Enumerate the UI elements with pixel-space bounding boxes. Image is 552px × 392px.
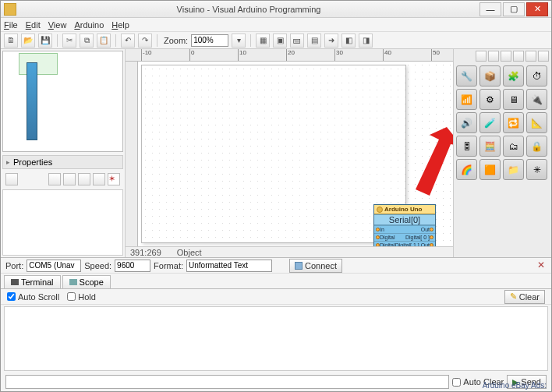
terminal-icon <box>11 279 19 285</box>
menu-help[interactable]: Help <box>111 20 129 30</box>
palette-item-7[interactable]: 🔌 <box>526 89 547 110</box>
status-coords: 391:269 <box>130 248 161 257</box>
pin-row[interactable]: DigitalDigital[ 1 ] Out <box>374 241 435 246</box>
maximize-button[interactable]: ▢ <box>503 2 525 16</box>
panel-close-icon[interactable]: ✕ <box>536 260 547 270</box>
save-button[interactable]: 💾 <box>38 34 52 48</box>
connect-button[interactable]: Connect <box>289 259 342 273</box>
ruler-tick: 10 <box>238 49 246 62</box>
hold-checkbox[interactable]: Hold <box>67 292 96 302</box>
pal-t4[interactable] <box>513 51 524 62</box>
component-header[interactable]: Arduino Uno <box>374 205 435 214</box>
minimize-button[interactable]: — <box>479 2 501 16</box>
redo-button[interactable]: ↷ <box>138 34 152 48</box>
annotation-arrow-icon <box>408 127 453 205</box>
speed-select[interactable] <box>115 260 150 272</box>
design-page[interactable] <box>141 65 406 243</box>
undo-button[interactable]: ↶ <box>121 34 135 48</box>
port-label: Port: <box>5 261 23 270</box>
pin-right[interactable] <box>430 243 433 246</box>
upload-button[interactable]: ➜ <box>324 34 338 48</box>
zoom-label: Zoom: <box>164 36 188 45</box>
copy-button[interactable]: ⧉ <box>80 34 94 48</box>
palette-item-13[interactable]: 🧮 <box>479 136 501 157</box>
format-label: Format: <box>154 261 183 270</box>
ruler-tick: 50 <box>431 49 440 62</box>
tool-d[interactable]: ▤ <box>307 34 321 48</box>
palette-item-16[interactable]: 🌈 <box>456 159 477 180</box>
clear-button[interactable]: ✎Clear <box>504 290 545 304</box>
pin-out[interactable] <box>430 228 433 231</box>
palette-item-1[interactable]: 📦 <box>479 65 501 87</box>
palette-item-5[interactable]: ⚙ <box>479 89 501 110</box>
pin-right[interactable] <box>430 235 433 239</box>
tool-e[interactable]: ◧ <box>341 34 356 48</box>
app-window: Visuino - Visual Arduino Programming — ▢… <box>0 0 552 392</box>
prop-tool-pin[interactable]: ✶ <box>108 173 120 185</box>
open-button[interactable]: 📂 <box>21 34 35 48</box>
tab-terminal[interactable]: Terminal <box>4 275 61 288</box>
scope-icon <box>69 279 77 285</box>
component-palette: 🔧📦🧩⏱📶⚙🖥🔌🔊🧪🔁📐🎛🧮🗂🔒🌈🟧📁✳ <box>453 49 551 257</box>
menu-view[interactable]: View <box>48 20 67 30</box>
pin-row[interactable]: DigitalDigital[ 0 ] <box>374 233 435 241</box>
palette-item-10[interactable]: 🔁 <box>503 112 524 133</box>
palette-item-19[interactable]: ✳ <box>526 159 547 180</box>
prop-tool-1[interactable] <box>5 173 18 185</box>
left-panel: Properties ✶ <box>1 49 126 257</box>
tool-a[interactable]: ▦ <box>256 34 270 48</box>
pal-t3[interactable] <box>501 51 511 62</box>
overview-preview[interactable] <box>2 51 123 152</box>
prop-tool-5[interactable] <box>93 173 105 185</box>
prop-tool-4[interactable] <box>78 173 90 185</box>
terminal-output[interactable] <box>4 306 548 371</box>
pal-search-icon[interactable] <box>476 51 487 62</box>
design-canvas[interactable]: Arduino Uno Serial[0] In Out DigitalDigi… <box>138 62 453 246</box>
palette-grid: 🔧📦🧩⏱📶⚙🖥🔌🔊🧪🔁📐🎛🧮🗂🔒🌈🟧📁✳ <box>454 63 551 257</box>
send-input[interactable] <box>5 375 449 389</box>
port-select[interactable] <box>27 260 81 272</box>
palette-item-18[interactable]: 📁 <box>503 159 524 180</box>
palette-item-15[interactable]: 🔒 <box>526 136 547 157</box>
palette-item-8[interactable]: 🔊 <box>456 112 477 133</box>
zoom-dropdown[interactable]: ▾ <box>232 34 246 48</box>
serial-section[interactable]: Serial[0] <box>374 214 435 225</box>
palette-item-14[interactable]: 🗂 <box>503 136 524 157</box>
palette-item-9[interactable]: 🧪 <box>479 112 501 133</box>
pal-t6[interactable] <box>538 51 549 62</box>
new-button[interactable]: 🗎 <box>4 34 18 48</box>
prop-tool-3[interactable] <box>63 173 76 185</box>
palette-item-3[interactable]: ⏱ <box>526 65 547 87</box>
app-icon <box>4 3 16 16</box>
properties-header[interactable]: Properties <box>2 155 123 169</box>
ads-label[interactable]: Arduino eBay Ads: <box>483 381 547 390</box>
format-select[interactable] <box>186 260 272 272</box>
palette-item-11[interactable]: 📐 <box>526 112 547 133</box>
arduino-component[interactable]: Arduino Uno Serial[0] In Out DigitalDigi… <box>373 204 436 246</box>
cut-button[interactable]: ✂ <box>62 34 76 48</box>
properties-toolbar: ✶ <box>2 171 123 187</box>
properties-grid[interactable] <box>2 189 123 256</box>
pal-t5[interactable] <box>525 51 536 62</box>
palette-item-12[interactable]: 🎛 <box>456 136 477 157</box>
palette-item-17[interactable]: 🟧 <box>479 159 501 180</box>
close-button[interactable]: ✕ <box>526 2 548 16</box>
preview-viewport[interactable] <box>19 53 58 75</box>
palette-item-0[interactable]: 🔧 <box>456 65 477 87</box>
menu-edit[interactable]: Edit <box>26 20 41 30</box>
tool-f[interactable]: ◨ <box>359 34 373 48</box>
paste-button[interactable]: 📋 <box>97 34 111 48</box>
tool-b[interactable]: ▣ <box>273 34 287 48</box>
autoscroll-checkbox[interactable]: Auto Scroll <box>7 292 59 302</box>
tab-scope[interactable]: Scope <box>62 275 111 288</box>
menu-file[interactable]: File <box>4 20 18 30</box>
palette-item-6[interactable]: 🖥 <box>503 89 524 110</box>
tool-c[interactable]: 🖴 <box>290 34 304 48</box>
palette-item-2[interactable]: 🧩 <box>503 65 524 87</box>
zoom-select[interactable] <box>191 34 228 47</box>
board-icon <box>377 207 383 213</box>
pal-t2[interactable] <box>488 51 499 62</box>
prop-tool-2[interactable] <box>48 173 61 185</box>
menu-arduino[interactable]: Arduino <box>74 20 104 30</box>
palette-item-4[interactable]: 📶 <box>456 89 477 110</box>
